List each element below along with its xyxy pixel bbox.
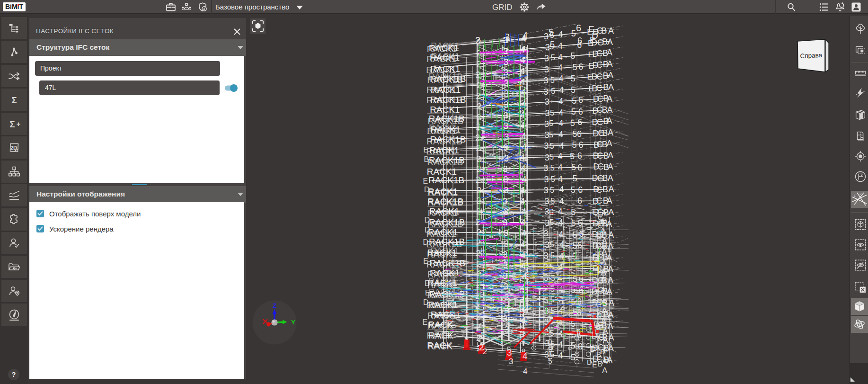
svg-text:3: 3 (503, 164, 508, 174)
svg-text:4: 4 (558, 41, 563, 51)
svg-text:D: D (587, 358, 592, 366)
svg-text:4: 4 (521, 294, 526, 303)
svg-text:A: A (608, 162, 613, 171)
svg-text:C: C (596, 301, 602, 309)
svg-text:5: 5 (549, 130, 553, 139)
svg-text:5: 5 (549, 142, 554, 151)
svg-text:A: A (601, 258, 607, 267)
svg-text:4: 4 (522, 175, 526, 184)
svg-text:E: E (592, 361, 597, 369)
svg-text:3: 3 (504, 304, 509, 313)
svg-text:RACK1: RACK1 (426, 85, 456, 95)
svg-text:4: 4 (521, 261, 526, 271)
svg-text:4: 4 (558, 174, 563, 184)
svg-text:5: 5 (572, 129, 577, 139)
svg-text:3: 3 (545, 218, 549, 228)
svg-text:E: E (423, 257, 428, 265)
svg-text:C: C (596, 72, 602, 81)
svg-text:4: 4 (521, 88, 525, 98)
svg-text:5: 5 (572, 140, 576, 150)
svg-text:Σ: Σ (11, 95, 17, 105)
svg-text:E: E (425, 289, 430, 297)
svg-text:Σ: Σ (9, 119, 15, 129)
svg-text:3: 3 (504, 121, 508, 131)
svg-text:4: 4 (521, 55, 525, 65)
svg-text:B: B (597, 232, 602, 241)
svg-text:4: 4 (522, 99, 526, 108)
svg-text:E: E (425, 279, 430, 287)
svg-text:4: 4 (520, 186, 525, 195)
svg-text:3: 3 (504, 111, 508, 120)
svg-text:C: C (596, 83, 602, 93)
svg-text:A: A (608, 173, 613, 183)
svg-text:C: C (596, 49, 602, 58)
svg-text:6: 6 (578, 107, 583, 116)
svg-text:4: 4 (522, 207, 526, 216)
svg-text:3: 3 (504, 79, 508, 88)
svg-text:RACK1: RACK1 (431, 41, 459, 51)
svg-text:A: A (606, 219, 612, 229)
svg-text:C: C (597, 335, 602, 343)
svg-text:5: 5 (550, 186, 554, 195)
svg-text:RACK1B: RACK1B (427, 157, 463, 167)
svg-text:A: A (607, 59, 613, 69)
svg-text:A: A (608, 151, 613, 160)
svg-text:4: 4 (559, 141, 564, 151)
svg-text:A: A (602, 357, 608, 366)
svg-text:4: 4 (522, 229, 526, 238)
svg-text:5: 5 (550, 108, 554, 117)
svg-text:RACK1: RACK1 (431, 52, 460, 61)
svg-text:6: 6 (577, 117, 582, 127)
svg-text:4: 4 (521, 240, 525, 249)
svg-text:C: C (596, 185, 602, 195)
svg-text:3: 3 (543, 163, 548, 173)
svg-text:A: A (608, 207, 614, 217)
svg-text:B: B (424, 155, 429, 163)
svg-text:5: 5 (571, 162, 576, 172)
svg-text:3: 3 (503, 36, 507, 45)
svg-text:3: 3 (545, 153, 549, 162)
svg-text:D: D (600, 348, 605, 356)
svg-text:3: 3 (544, 54, 549, 63)
svg-text:A: A (602, 306, 607, 315)
svg-text:6: 6 (577, 151, 582, 161)
svg-text:RACK1: RACK1 (428, 208, 458, 218)
svg-text:3: 3 (544, 141, 549, 151)
svg-text:4: 4 (520, 153, 525, 162)
svg-text:D: D (425, 226, 430, 234)
svg-text:4: 4 (558, 118, 563, 128)
svg-text:3: 3 (544, 119, 549, 129)
svg-text:4: 4 (521, 283, 526, 292)
svg-text:3: 3 (504, 282, 508, 291)
svg-text:3: 3 (543, 186, 548, 195)
svg-text:3: 3 (507, 348, 512, 357)
svg-text:3: 3 (503, 46, 508, 56)
svg-text:6: 6 (577, 129, 582, 139)
svg-text:Z: Z (273, 302, 276, 309)
svg-text:A: A (608, 71, 613, 80)
svg-text:6: 6 (576, 328, 581, 336)
svg-text:A: A (602, 237, 608, 246)
svg-text:6: 6 (578, 185, 583, 195)
svg-text:4: 4 (522, 131, 526, 141)
svg-text:3: 3 (509, 357, 513, 366)
svg-text:3: 3 (504, 57, 508, 67)
svg-text:RACK1: RACK1 (430, 105, 460, 115)
svg-text:B: B (601, 26, 607, 36)
svg-text:4: 4 (522, 304, 526, 314)
svg-text:3: 3 (503, 260, 508, 270)
svg-text:4: 4 (521, 218, 526, 227)
svg-text:A: A (608, 26, 614, 36)
svg-text:4: 4 (521, 315, 526, 325)
svg-text:D: D (590, 345, 596, 353)
svg-text:A: A (607, 196, 612, 205)
svg-text:4: 4 (558, 108, 563, 117)
svg-text:Справа: Справа (800, 52, 823, 60)
svg-text:3: 3 (504, 175, 508, 184)
svg-text:RACK1: RACK1 (430, 246, 459, 256)
svg-text:3: 3 (504, 228, 508, 238)
svg-text:A: A (609, 184, 614, 194)
svg-text:5: 5 (551, 53, 555, 62)
svg-text:5: 5 (548, 357, 552, 365)
svg-text:+: + (17, 120, 21, 128)
